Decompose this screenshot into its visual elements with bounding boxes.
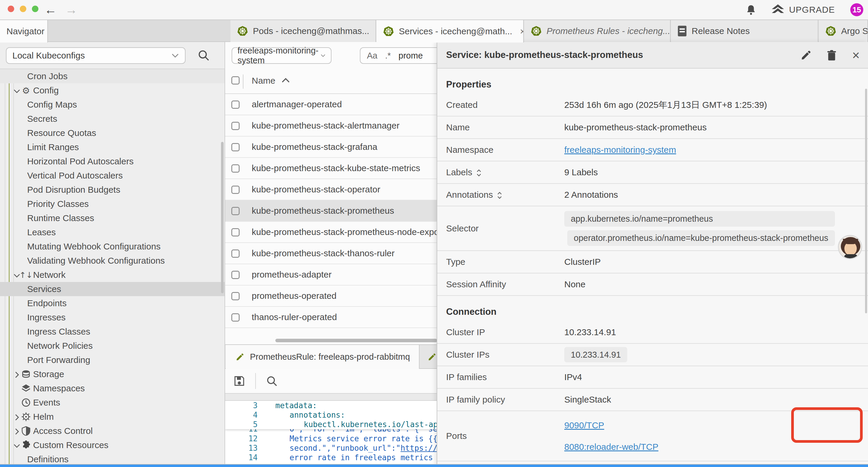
tab-services-icecheng-math[interactable]: Services - icecheng@math...×: [376, 20, 524, 42]
chevron-down-icon[interactable]: [13, 85, 21, 95]
tab-prometheus-rules-icecheng[interactable]: Prometheus Rules - icecheng...: [524, 20, 671, 42]
table-row-prometheus-adapter[interactable]: prometheus-adapter: [225, 264, 437, 286]
chevron-right-icon[interactable]: [13, 412, 21, 422]
sidebar-item-horizontal-pod-autoscalers[interactable]: Horizontal Pod Autoscalers: [0, 154, 224, 169]
sidebar-item-config-maps[interactable]: Config Maps: [0, 97, 224, 112]
table-row-kube-prometheus-stack-prometheus-node-exporter[interactable]: kube-prometheus-stack-prometheus-node-ex…: [225, 222, 437, 243]
port-link-9090-tcp[interactable]: 9090/TCP: [564, 420, 604, 430]
sidebar-item-custom-resources[interactable]: Custom Resources: [0, 438, 224, 452]
table-row-kube-prometheus-stack-kube-state-metrics[interactable]: kube-prometheus-stack-kube-state-metrics: [225, 158, 437, 179]
chevron-right-icon[interactable]: [13, 426, 21, 436]
row-label: Labels: [446, 167, 472, 177]
select-all-checkbox[interactable]: [231, 76, 240, 85]
chevron-down-icon[interactable]: [13, 440, 21, 450]
table-row-thanos-ruler-operated[interactable]: thanos-ruler-operated: [225, 307, 437, 328]
table-row-prometheus-operated[interactable]: prometheus-operated: [225, 286, 437, 307]
tab-release-notes[interactable]: Release Notes: [671, 20, 818, 42]
editor-tab-bar: PrometheusRule: freeleaps-prod-rabbitmq: [225, 344, 437, 369]
namespace-select[interactable]: freeleaps-monitoring-system: [231, 47, 332, 64]
sidebar-item-helm[interactable]: Helm: [0, 410, 224, 424]
sidebar-item-vertical-pod-autoscalers[interactable]: Vertical Pod Autoscalers: [0, 169, 224, 183]
filter-search-input[interactable]: Aa .* prome: [360, 47, 437, 64]
sidebar-item-port-forwarding[interactable]: Port Forwarding: [0, 353, 224, 367]
drawer-scrollbar[interactable]: [865, 89, 867, 313]
upgrade-button[interactable]: UPGRADE: [771, 4, 835, 16]
port-link-8080-reloader-web-tcp[interactable]: 8080:reloader-web/TCP: [564, 442, 658, 452]
row-checkbox[interactable]: [231, 185, 240, 194]
save-icon[interactable]: [234, 375, 245, 387]
row-checkbox[interactable]: [231, 143, 240, 151]
sidebar-item-network[interactable]: ↑↓Network: [0, 268, 224, 282]
avatar[interactable]: [838, 235, 862, 259]
editor-tab-next-partial[interactable]: [420, 345, 437, 369]
yaml-editor[interactable]: 3metadata:4annotations:5kubectl.kubernet…: [225, 401, 437, 467]
sidebar-item-validating-webhook-configurations[interactable]: Validating Webhook Configurations: [0, 254, 224, 268]
notification-badge[interactable]: 15: [850, 3, 863, 16]
close-window-light[interactable]: [8, 6, 14, 12]
tab-argo-se[interactable]: Argo Se: [819, 20, 868, 42]
code-link[interactable]: https://net: [401, 444, 437, 453]
zoom-window-light[interactable]: [32, 6, 38, 12]
tab-pods-icecheng-mathmas[interactable]: Pods - icecheng@mathmas...: [230, 20, 376, 42]
row-checkbox[interactable]: [231, 100, 240, 109]
sidebar-search-icon[interactable]: [197, 49, 210, 61]
sidebar-item-endpoints[interactable]: Endpoints: [0, 296, 224, 310]
namespace-link[interactable]: freeleaps-monitoring-system: [564, 145, 676, 154]
kubeconfig-select[interactable]: Local Kubeconfigs: [6, 47, 186, 64]
row-checkbox[interactable]: [231, 250, 240, 258]
forward-arrow[interactable]: →: [65, 2, 78, 17]
table-row-kube-prometheus-stack-grafana[interactable]: kube-prometheus-stack-grafana: [225, 137, 437, 158]
close-icon[interactable]: ×: [852, 50, 860, 61]
sort-updown-icon[interactable]: [497, 190, 502, 200]
sidebar-item-ingresses[interactable]: Ingresses: [0, 310, 224, 324]
table-row-kube-prometheus-stack-operator[interactable]: kube-prometheus-stack-operator: [225, 179, 437, 200]
sort-updown-icon[interactable]: [476, 167, 482, 177]
sidebar-item-limit-ranges[interactable]: Limit Ranges: [0, 140, 224, 154]
sidebar-item-events[interactable]: Events: [0, 396, 224, 410]
editor-search-icon[interactable]: [266, 375, 278, 387]
name-column-header[interactable]: Name: [252, 76, 275, 86]
row-checkbox[interactable]: [231, 292, 240, 300]
row-checkbox[interactable]: [231, 228, 240, 236]
minimize-window-light[interactable]: [20, 6, 26, 12]
row-value: 9 Labels: [564, 167, 598, 177]
sidebar-item-network-policies[interactable]: Network Policies: [0, 339, 224, 353]
bell-icon[interactable]: [746, 4, 756, 15]
sidebar-item-secrets[interactable]: Secrets: [0, 112, 224, 126]
code-line-14: 14error rate in freeleaps metrics ser: [225, 453, 437, 462]
horizontal-scrollbar[interactable]: [275, 339, 437, 342]
sidebar-item-cron-jobs[interactable]: Cron Jobs: [0, 69, 224, 83]
table-row-alertmanager-operated[interactable]: alertmanager-operated: [225, 94, 437, 115]
row-checkbox[interactable]: [231, 271, 240, 279]
table-row-kube-prometheus-stack-prometheus[interactable]: kube-prometheus-stack-prometheus: [225, 200, 437, 222]
sidebar-item-priority-classes[interactable]: Priority Classes: [0, 197, 224, 211]
sidebar-item-services[interactable]: Services: [0, 282, 224, 296]
sidebar-item-resource-quotas[interactable]: Resource Quotas: [0, 126, 224, 140]
sidebar-item-storage[interactable]: Storage: [0, 367, 224, 381]
editor-tab-prometheusrule[interactable]: PrometheusRule: freeleaps-prod-rabbitmq: [226, 345, 420, 369]
regex-toggle[interactable]: .*: [385, 51, 391, 61]
chevron-right-icon[interactable]: [13, 369, 21, 379]
edit-pencil-icon[interactable]: [801, 50, 811, 61]
sidebar-item-leases[interactable]: Leases: [0, 225, 224, 239]
close-tab-icon[interactable]: ×: [520, 26, 524, 37]
table-row-kube-prometheus-stack-thanos-ruler[interactable]: kube-prometheus-stack-thanos-ruler: [225, 243, 437, 264]
sidebar-scrollbar[interactable]: [221, 142, 224, 293]
delete-trash-icon[interactable]: [827, 50, 837, 61]
sidebar-item-runtime-classes[interactable]: Runtime Classes: [0, 211, 224, 225]
tab-navigator[interactable]: Navigator: [0, 20, 48, 42]
sidebar-item-config[interactable]: ⚙Config: [0, 83, 224, 97]
back-arrow[interactable]: ←: [44, 2, 57, 17]
sidebar-item-pod-disruption-budgets[interactable]: Pod Disruption Budgets: [0, 183, 224, 197]
row-checkbox[interactable]: [231, 207, 240, 215]
sidebar-item-mutating-webhook-configurations[interactable]: Mutating Webhook Configurations: [0, 239, 224, 254]
row-checkbox[interactable]: [231, 164, 240, 173]
sidebar-item-access-control[interactable]: Access Control: [0, 424, 224, 438]
table-row-kube-prometheus-stack-alertmanager[interactable]: kube-prometheus-stack-alertmanager: [225, 115, 437, 137]
sort-asc-icon[interactable]: [281, 78, 290, 83]
sidebar-item-namespaces[interactable]: Namespaces: [0, 381, 224, 396]
row-checkbox[interactable]: [231, 313, 240, 322]
sidebar-item-ingress-classes[interactable]: Ingress Classes: [0, 324, 224, 339]
row-checkbox[interactable]: [231, 122, 240, 130]
match-case-toggle[interactable]: Aa: [367, 51, 377, 61]
